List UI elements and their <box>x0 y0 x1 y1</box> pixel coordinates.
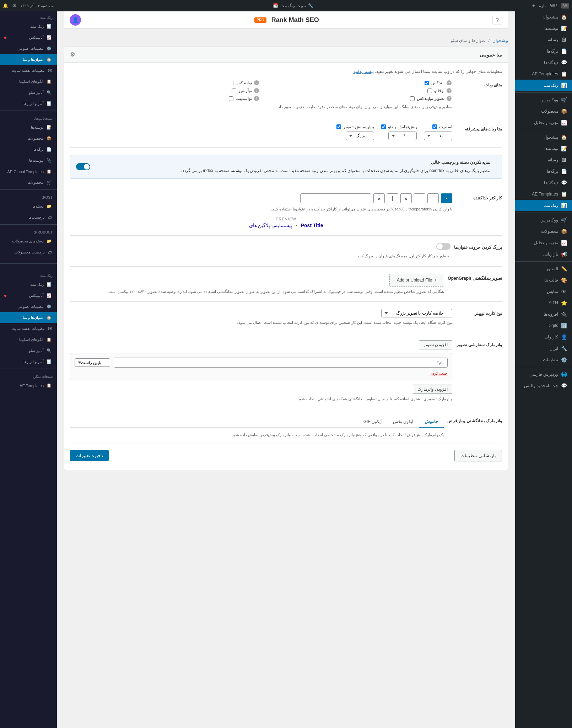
advanced-video-check[interactable]: پیش‌نمایش ویدئو <box>381 124 417 129</box>
noindex-info-icon[interactable]: ? <box>254 80 259 85</box>
tab-gif[interactable]: آیکون GIF <box>358 416 387 428</box>
add-image-button[interactable]: افزودن تصویر <box>419 340 452 349</box>
menu-item-yith[interactable]: ⭐ YITH <box>515 297 572 309</box>
twitter-card-select[interactable]: خلاصه کارت با تصویر بزرگ <box>381 309 452 317</box>
separator-custom-input[interactable] <box>300 193 371 203</box>
menu-item-posts[interactable]: 📝 نوشته‌ها <box>515 23 572 34</box>
remove-watermark-button[interactable]: حذف کردن <box>430 371 448 375</box>
noimageindex-info-icon[interactable]: ? <box>447 96 452 101</box>
menu-item-analytics-2[interactable]: 📈 تجزیه و تحلیل <box>515 237 572 248</box>
rm-menu-posts-type[interactable]: 📝 نوشته‌ها <box>0 122 57 133</box>
checkbox-noindex[interactable]: ? نوایندکس <box>70 80 260 85</box>
rm-menu-stats-tools-2[interactable]: 📊 آمار و ابزارها <box>0 356 57 367</box>
checkbox-nofollow[interactable]: ? نوفالو <box>263 88 452 93</box>
sep-btn-bullet[interactable]: • <box>441 193 452 203</box>
menu-item-products-2[interactable]: 📦 محصولات <box>515 226 572 237</box>
menu-item-rankmath[interactable]: 📊 رنک مت <box>515 80 572 91</box>
noindex-toggle[interactable] <box>76 163 90 170</box>
rm-menu-titles-meta[interactable]: 🏠 عنوان‌ها و متا <box>0 54 57 65</box>
help-button[interactable]: ? <box>492 15 502 25</box>
rm-menu-other-1[interactable]: 📋 AE Templates <box>0 380 57 391</box>
advanced-snippet-checkbox[interactable] <box>432 124 437 129</box>
menu-item-tools[interactable]: 🔧 ابزار <box>515 343 572 354</box>
menu-item-digits[interactable]: 🔢 Digits <box>515 320 572 331</box>
rm-menu-stats-tools[interactable]: 📊 آمار و ابزارها <box>0 98 57 109</box>
menu-item-chat[interactable]: 💬 چت نامحدود والتس <box>515 380 572 391</box>
menu-item-wp-persian[interactable]: 🌐 وردپرس فارسی <box>515 369 572 380</box>
adminbar-new[interactable]: تازه <box>539 3 546 8</box>
noarchive-checkbox[interactable] <box>232 89 236 93</box>
save-changes-button[interactable]: ذخیره تغییرات <box>70 450 109 461</box>
adminbar-add[interactable]: + <box>532 3 535 8</box>
tab-off[interactable]: خاموش <box>419 416 444 428</box>
rm-menu-seo-analysis-2[interactable]: 🔍 آنالیز سئو <box>0 345 57 356</box>
sep-btn-pipe[interactable]: | <box>387 193 398 203</box>
menu-item-dashboard[interactable]: 🏠 پیشخوان <box>515 11 572 23</box>
menu-item-pages-2[interactable]: 📄 برگه‌ها <box>515 166 572 177</box>
advanced-image-select[interactable]: بزرگ <box>346 132 374 140</box>
tab-play[interactable]: آیکون پخش <box>387 416 419 428</box>
nosnippet-info-icon[interactable]: ? <box>254 96 259 101</box>
rm-menu-analytics-2[interactable]: 📈 آنالیتیکس <box>0 290 57 301</box>
rm-menu-product-tags[interactable]: 🏷 برچسب محصولات <box>0 247 57 258</box>
menu-item-ae-templates[interactable]: 📋 AE Templates <box>515 68 572 80</box>
menu-item-appearance[interactable]: 👁 نمایش <box>515 286 572 297</box>
rm-menu-seo-analysis[interactable]: 🔍 آنالیز سئو <box>0 87 57 98</box>
advanced-snippet-check[interactable]: اسنیپت <box>424 124 452 129</box>
checkbox-nosnippet[interactable]: ? نواسنیپت <box>70 96 260 101</box>
rm-menu-general-settings-2[interactable]: ⚙️ تنظیمات عمومی <box>0 301 57 312</box>
rm-menu-schema-2[interactable]: 📋 الگوهای اسکیما <box>0 334 57 345</box>
menu-item-media[interactable]: 🖼 رسانه <box>515 34 572 46</box>
nofollow-checkbox[interactable] <box>427 89 432 93</box>
nosnippet-checkbox[interactable] <box>229 96 233 101</box>
checkbox-noimageindex[interactable]: ? تصویر نوایندکس <box>263 96 452 101</box>
rm-menu-general-settings[interactable]: ⚙️ تنظیمات عمومی <box>0 43 57 54</box>
index-info-icon[interactable]: ? <box>447 80 452 85</box>
checkbox-noarchive[interactable]: ? نوآرشیو <box>70 88 260 93</box>
nofollow-info-icon[interactable]: ? <box>447 88 452 93</box>
advanced-image-check[interactable]: پیش‌نمایش تصویر <box>336 124 374 129</box>
menu-item-analytics[interactable]: 📈 تجزیه و تحلیل <box>515 117 572 128</box>
menu-item-settings[interactable]: ⚙️ تنظیمات <box>515 354 572 365</box>
rm-menu-categories[interactable]: 📁 دسته‌ها <box>0 201 57 212</box>
rm-menu-rankmath[interactable]: 📊 رنک مت <box>0 21 57 32</box>
wp-logo[interactable]: W <box>561 3 569 9</box>
noarchive-info-icon[interactable]: ? <box>254 88 259 93</box>
menu-item-woo[interactable]: 🛒 ووکامرس <box>515 94 572 106</box>
menu-item-posts-2[interactable]: 📝 نوشته‌ها <box>515 143 572 154</box>
rm-menu-products-type[interactable]: 📦 محصولات <box>0 133 57 144</box>
user-avatar[interactable]: 👤 <box>70 14 81 26</box>
menu-item-templates[interactable]: 🎨 قالب ها <box>515 274 572 286</box>
menu-item-comments-2[interactable]: 💬 دیدگاه‌ها <box>515 177 572 188</box>
sep-btn-laquo[interactable]: « <box>400 193 412 203</box>
noimageindex-checkbox[interactable] <box>410 96 415 101</box>
sep-btn-mdash[interactable]: — <box>414 193 425 203</box>
checkbox-index[interactable]: ? ایندکس <box>263 80 452 85</box>
watermark-position-select[interactable]: پایین راست پایین چپ بالا راست بالا چپ <box>75 358 110 367</box>
menu-item-pages[interactable]: 📄 برگه‌ها <box>515 46 572 57</box>
menu-item-rankmath-2[interactable]: 📊 رنک مت <box>515 200 572 211</box>
rm-menu-schema[interactable]: 📋 الگوهای اسکیما <box>0 76 57 87</box>
rm-menu-pages-type[interactable]: 📄 برگه‌ها <box>0 144 57 155</box>
advanced-video-select[interactable]: ۱۰ <box>388 132 417 140</box>
menu-item-users[interactable]: 👤 کاربران <box>515 331 572 343</box>
rm-menu-ae-global[interactable]: 📋 AE Global Templates <box>0 166 57 177</box>
noindex-checkbox[interactable] <box>229 81 233 85</box>
settings-gear-icon[interactable]: ⚙ <box>70 51 75 58</box>
rm-menu-rankmath-2[interactable]: 📊 رنک مت <box>0 279 57 290</box>
menu-item-ae-templates-2[interactable]: 📋 AE Templates <box>515 188 572 200</box>
add-watermark-button[interactable]: افزودن واترمارک <box>413 385 452 394</box>
menu-item-woo-2[interactable]: 🛒 ووکامرس <box>515 214 572 226</box>
rm-menu-sitemap[interactable]: 🗺 تنظیمات نقشه سایت <box>0 65 57 76</box>
learn-more-link[interactable]: بیشتر بدانید <box>354 69 374 74</box>
rm-menu-titles-meta-2[interactable]: 🏠 عنوان‌ها و متا <box>0 312 57 323</box>
rm-menu-attachments[interactable]: 📎 پیوست‌ها <box>0 155 57 166</box>
menu-item-products[interactable]: 📦 محصولات <box>515 106 572 117</box>
breadcrumb-parent[interactable]: پیشخوان <box>492 38 508 43</box>
sep-btn-raquo[interactable]: » <box>373 193 385 203</box>
rm-menu-analytics[interactable]: 📈 آنالیتیکس <box>0 32 57 43</box>
sep-btn-ndash[interactable]: – <box>427 193 439 203</box>
adminbar-notifications[interactable]: 🔔 <box>3 3 8 8</box>
rm-menu-sitemap-2[interactable]: 🗺 تنظیمات نقشه سایت <box>0 323 57 334</box>
adminbar-site-name[interactable]: WP <box>550 3 557 8</box>
